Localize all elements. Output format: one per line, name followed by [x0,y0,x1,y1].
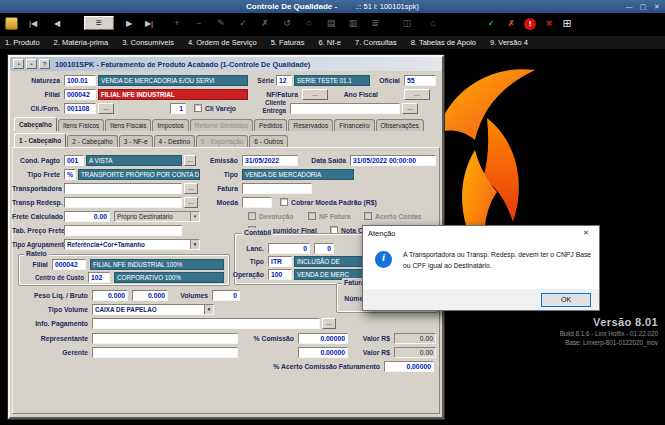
exit-icon[interactable]: ✖ [540,16,558,31]
next-record-button[interactable]: ▶ [120,16,138,31]
menu-tabelas-de-apoio[interactable]: 8. Tabelas de Apoio [411,38,476,47]
gerente-field[interactable] [92,347,238,358]
tipo-agrupamento-dropdown[interactable]: Referência+Cor+Tamanho▾ [64,239,200,250]
oficial-field[interactable]: 55 [404,75,436,86]
tab-observacoes[interactable]: Observações [376,119,424,131]
cobrar-moeda-checkbox[interactable] [280,198,288,206]
calculator-icon[interactable]: ⊞ [558,16,576,31]
transp-redesp-field[interactable] [64,197,182,208]
chevron-down-icon[interactable]: ▾ [190,212,199,221]
cond-pagto-button[interactable]: ... [184,155,196,166]
menu-nfe[interactable]: 6. Nf-e [318,38,341,47]
close-button[interactable]: ✕ [651,1,663,12]
menu-faturas[interactable]: 5. Faturas [271,38,305,47]
menu-consultas[interactable]: 7. Consultas [355,38,397,47]
cli-varejo-checkbox[interactable] [194,104,202,112]
chevron-down-icon[interactable]: ▾ [190,240,199,249]
tab-financeiro[interactable]: Financeiro [334,119,374,131]
centro-custo-field[interactable]: 102 [88,272,110,283]
new-icon[interactable]: + [168,16,186,31]
tab-cabecalho[interactable]: Cabeçalho [14,117,57,131]
lock-icon[interactable]: ▪ [13,59,24,69]
close-orange-icon[interactable]: ✗ [502,16,520,31]
transp-redesp-button[interactable]: ... [184,197,198,208]
frete-calculado-field[interactable]: 0.00 [64,211,110,222]
tab-preco-frete-field[interactable] [64,225,182,236]
comissao-rep-field[interactable]: 0.00000 [298,333,348,344]
cancel-icon[interactable]: ✗ [256,16,274,31]
lanc-field-1[interactable]: 0 [268,243,310,254]
dialog-close-button[interactable]: ✕ [578,229,594,237]
remove-icon[interactable]: − [190,16,208,31]
menu-produto[interactable]: 1. Produto [5,38,40,47]
ano-fiscal-button[interactable]: ... [404,89,430,100]
list-icon[interactable]: ≣ [366,16,384,31]
print-icon[interactable]: ▤ [322,16,340,31]
ok-green-icon[interactable]: ✓ [482,16,500,31]
natureza-field[interactable]: 100.01 [64,75,96,86]
search-icon[interactable]: ○ [300,16,318,31]
ok-button[interactable]: OK [541,293,591,307]
contabil-tipo-field[interactable]: ITR [268,256,292,267]
first-record-button[interactable]: |◀ [24,16,42,31]
confirm-icon[interactable]: ✓ [234,16,252,31]
subtab-2-cabecalho[interactable]: 2 - Cabeçalho [67,135,117,147]
maximize-button[interactable]: ▢ [637,1,649,12]
rateio-filial-field[interactable]: 000042 [52,259,86,270]
cli-forn-button[interactable]: ... [98,103,114,114]
alert-red-icon[interactable]: ! [524,18,536,30]
cond-pagto-field[interactable]: 001 [64,155,84,166]
representante-field[interactable] [92,333,238,344]
subtab-6-outros[interactable]: 6 - Outros [249,135,288,147]
peso-bruto-field[interactable]: 0.000 [132,290,168,301]
subtab-1-cabecalho[interactable]: 1 - Cabeçalho [14,133,66,147]
help-icon[interactable]: ? [39,59,50,69]
tipo-frete-field[interactable]: % [64,169,76,180]
tab-itens-fisicos[interactable]: Itens Físicos [58,119,104,131]
volumes-field[interactable]: 0 [212,290,240,301]
home-icon[interactable]: ⌂ [424,16,442,31]
last-record-button[interactable]: ▶| [140,16,158,31]
acerto-comissao-field[interactable]: 0.00000 [384,361,434,372]
menu-consumiveis[interactable]: 3. Consumíveis [122,38,174,47]
tab-impostos[interactable]: Impostos [152,119,188,131]
tab-retorno-simbolico[interactable]: Retorno Simbólico [190,119,253,131]
lanc-field-2[interactable]: 0 [314,243,334,254]
nf-fatura-button[interactable]: ... [302,89,328,100]
tipo-volume-dropdown[interactable]: CAIXA DE PAPELAO▾ [92,304,214,315]
edit-icon[interactable]: ✎ [212,16,230,31]
transportadora-field[interactable] [64,183,182,194]
subtab-4-destino[interactable]: 4 - Destino [154,135,195,147]
tab-itens-fiscais[interactable]: Itens Fiscais [105,119,151,131]
fatura-field[interactable] [242,183,312,194]
grid-icon[interactable]: ▥ [344,16,362,31]
subtab-5-exportacao[interactable]: 5 - Exportação [196,135,248,147]
info-pagamento-button[interactable]: ... [322,318,336,329]
cliente-entrega-field[interactable] [290,103,400,114]
minimize-button[interactable]: — [623,1,635,12]
columns-icon[interactable]: ◫ [398,16,416,31]
menu-button[interactable]: ≡ [84,16,114,30]
frete-tipo-dropdown[interactable]: Próprio Destinatário▾ [114,211,200,222]
serie-field[interactable]: 12 [276,75,292,86]
menu-versao-4[interactable]: 9. Versão 4 [490,38,528,47]
cli-forn-field[interactable]: 001108 [64,103,96,114]
refresh-icon[interactable]: ↺ [278,16,296,31]
previous-record-button[interactable]: ◀ [48,16,66,31]
peso-liq-field[interactable]: 0.000 [92,290,128,301]
data-saida-field[interactable]: 31/05/2022 00:00:00 [350,155,436,166]
info-pagamento-field[interactable] [92,318,320,329]
cliente-entrega-button[interactable]: ... [402,103,418,114]
comissao-ger-field[interactable]: 0.00000 [298,347,348,358]
tab-reservados[interactable]: Reservados [288,119,333,131]
moeda-field[interactable] [242,197,272,208]
operacao-field[interactable]: 100 [268,269,292,280]
menu-ordem-de-servico[interactable]: 4. Ordem de Serviço [188,38,257,47]
transportadora-button[interactable]: ... [184,183,198,194]
filial-field[interactable]: 000042 [64,89,96,100]
subtab-3-nfe[interactable]: 3 - NF-e [119,135,153,147]
menu-materia-prima[interactable]: 2. Matéria-prima [54,38,109,47]
chevron-down-icon[interactable]: ▾ [204,305,213,314]
pin-icon[interactable]: • [26,59,37,69]
tab-pedidos[interactable]: Pedidos [254,119,288,131]
